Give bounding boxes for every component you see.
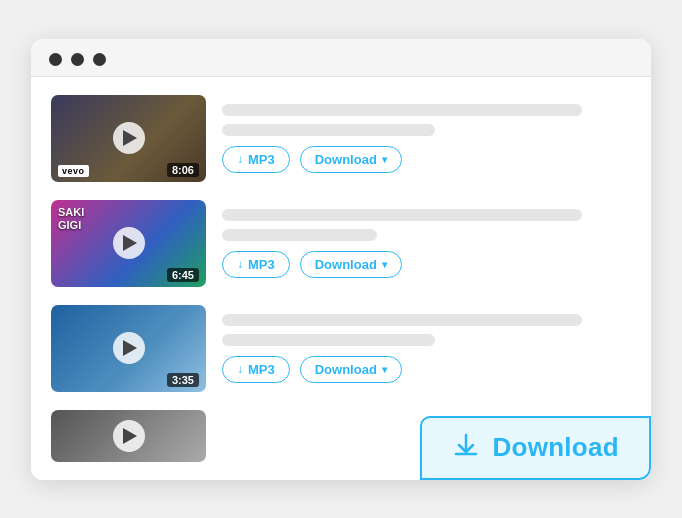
thumbnail-4[interactable] <box>51 410 206 462</box>
video-info-2: ↓ MP3 Download ▾ <box>222 209 631 278</box>
play-button-3[interactable] <box>113 332 145 364</box>
browser-window: vevo 8:06 ↓ MP3 Download ▾ <box>31 39 651 480</box>
action-row-3: ↓ MP3 Download ▾ <box>222 356 631 383</box>
mp3-dl-icon-3: ↓ <box>237 362 243 376</box>
action-row-1: ↓ MP3 Download ▾ <box>222 146 631 173</box>
title-line-2 <box>222 209 582 221</box>
thumbnail-2[interactable]: SAKIGIGI 6:45 <box>51 200 206 287</box>
mp3-button-1[interactable]: ↓ MP3 <box>222 146 290 173</box>
download-button-1[interactable]: Download ▾ <box>300 146 402 173</box>
play-triangle-icon <box>123 130 137 146</box>
thumbnail-1[interactable]: vevo 8:06 <box>51 95 206 182</box>
play-triangle-icon-2 <box>123 235 137 251</box>
thumb-overlay-4 <box>51 410 206 462</box>
dot-red <box>49 53 62 66</box>
subtitle-line-2 <box>222 229 377 241</box>
video-row-3: 3:35 ↓ MP3 Download ▾ <box>51 305 631 392</box>
chevron-down-icon-1: ▾ <box>382 154 387 165</box>
mp3-dl-icon-2: ↓ <box>237 257 243 271</box>
download-label-3: Download <box>315 362 377 377</box>
saki-label: SAKIGIGI <box>58 206 84 232</box>
mp3-button-2[interactable]: ↓ MP3 <box>222 251 290 278</box>
play-button-4[interactable] <box>113 420 145 452</box>
mp3-dl-icon: ↓ <box>237 152 243 166</box>
big-download-label: Download <box>492 432 619 463</box>
big-download-button[interactable]: Download <box>420 416 651 480</box>
play-triangle-icon-4 <box>123 428 137 444</box>
video-row-2: SAKIGIGI 6:45 ↓ MP3 Download ▾ <box>51 200 631 287</box>
download-label-2: Download <box>315 257 377 272</box>
mp3-button-3[interactable]: ↓ MP3 <box>222 356 290 383</box>
video-info-3: ↓ MP3 Download ▾ <box>222 314 631 383</box>
play-triangle-icon-3 <box>123 340 137 356</box>
mp3-label-1: MP3 <box>248 152 275 167</box>
browser-content: vevo 8:06 ↓ MP3 Download ▾ <box>31 77 651 480</box>
video-row: vevo 8:06 ↓ MP3 Download ▾ <box>51 95 631 182</box>
duration-badge-2: 6:45 <box>167 268 199 282</box>
download-button-3[interactable]: Download ▾ <box>300 356 402 383</box>
download-button-2[interactable]: Download ▾ <box>300 251 402 278</box>
dot-yellow <box>71 53 84 66</box>
subtitle-line-1 <box>222 124 435 136</box>
mp3-label-2: MP3 <box>248 257 275 272</box>
action-row-2: ↓ MP3 Download ▾ <box>222 251 631 278</box>
mp3-label-3: MP3 <box>248 362 275 377</box>
chevron-down-icon-2: ▾ <box>382 259 387 270</box>
vevo-badge: vevo <box>58 165 89 177</box>
title-line-3 <box>222 314 582 326</box>
chevron-down-icon-3: ▾ <box>382 364 387 375</box>
title-line-1 <box>222 104 582 116</box>
video-info-1: ↓ MP3 Download ▾ <box>222 104 631 173</box>
dot-green <box>93 53 106 66</box>
subtitle-line-3 <box>222 334 435 346</box>
thumbnail-3[interactable]: 3:35 <box>51 305 206 392</box>
download-label-1: Download <box>315 152 377 167</box>
duration-badge-3: 3:35 <box>167 373 199 387</box>
play-button-2[interactable] <box>113 227 145 259</box>
browser-titlebar <box>31 39 651 77</box>
play-button-1[interactable] <box>113 122 145 154</box>
duration-badge-1: 8:06 <box>167 163 199 177</box>
big-download-icon <box>452 432 480 464</box>
